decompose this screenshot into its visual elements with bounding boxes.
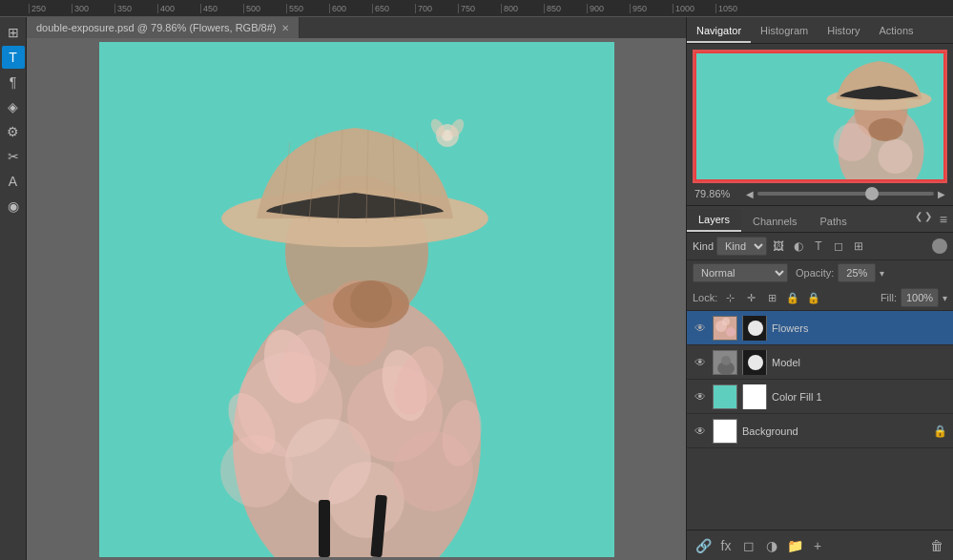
- move-tool[interactable]: ⊞: [2, 21, 25, 44]
- canvas-area: double-exposure.psd @ 79.86% (Flowers, R…: [27, 17, 686, 560]
- ruler-tick: 400: [157, 4, 200, 13]
- filter-type-icon[interactable]: T: [810, 238, 827, 255]
- layer-visibility-colorfill[interactable]: 👁: [693, 389, 708, 404]
- nav-zoom-row: 79.86% ◀ ▶: [693, 188, 947, 199]
- blend-row: Normal Opacity: ▾: [687, 260, 953, 285]
- ruler-tick: 550: [286, 4, 329, 13]
- layer-visibility-background[interactable]: 👁: [693, 424, 708, 439]
- eye-tool[interactable]: ◉: [2, 195, 25, 218]
- lock-pixels-icon[interactable]: 🔒: [784, 289, 801, 306]
- svg-rect-29: [319, 500, 330, 557]
- zoom-slider-thumb[interactable]: [865, 187, 879, 200]
- ruler-numbers: 250 300 350 400 450 500 550 600 650 700 …: [29, 4, 758, 13]
- tab-actions[interactable]: Actions: [869, 20, 922, 43]
- layer-visibility-flowers[interactable]: 👁: [693, 321, 708, 336]
- tab-layers[interactable]: Layers: [687, 209, 741, 232]
- svg-point-5: [328, 462, 404, 538]
- navigator-section: 79.86% ◀ ▶: [687, 44, 953, 205]
- adjustment-button[interactable]: ◑: [761, 535, 782, 556]
- layers-filter-row: Kind Kind 🖼 ◐ T ◻ ⊞: [687, 233, 953, 260]
- ruler-tick: 650: [372, 4, 415, 13]
- new-layer-button[interactable]: +: [807, 535, 828, 556]
- link-layers-button[interactable]: 🔗: [693, 535, 714, 556]
- filter-toggle[interactable]: [932, 239, 947, 254]
- opacity-input[interactable]: [838, 263, 876, 282]
- close-tab-button[interactable]: ✕: [281, 23, 289, 33]
- collapse-right-icon[interactable]: ❯: [924, 211, 932, 221]
- crop-tool[interactable]: ✂: [2, 145, 25, 168]
- layer-row-colorfill[interactable]: 👁 Color Fill 1: [687, 380, 953, 414]
- svg-point-17: [350, 280, 392, 322]
- delete-layer-button[interactable]: 🗑: [926, 535, 947, 556]
- svg-point-41: [722, 318, 730, 325]
- ruler-bar: 250 300 350 400 450 500 550 600 650 700 …: [0, 0, 953, 17]
- layer-name-colorfill: Color Fill 1: [772, 391, 947, 403]
- svg-rect-49: [714, 385, 737, 409]
- settings-tool[interactable]: ⚙: [2, 120, 25, 143]
- tab-channels[interactable]: Channels: [741, 211, 808, 232]
- svg-point-40: [726, 327, 735, 337]
- layer-row-model[interactable]: 👁 Model: [687, 345, 953, 380]
- lock-row: Lock: ⊹ ✛ ⊞ 🔒 🔒 Fill: ▾: [687, 285, 953, 311]
- layers-section: Layers Channels Paths ❮ ❯ ≡ Kind Kind 🖼 …: [687, 206, 953, 560]
- zoom-in-button[interactable]: ▶: [938, 189, 945, 199]
- svg-rect-51: [714, 420, 737, 444]
- shape-tool[interactable]: ◈: [2, 95, 25, 118]
- ruler-tick: 700: [415, 4, 458, 13]
- layers-panel-menu[interactable]: ≡: [940, 212, 947, 227]
- zoom-out-button[interactable]: ◀: [746, 189, 754, 199]
- filter-shape-icon[interactable]: ◻: [830, 238, 847, 255]
- layer-mask-flowers: [742, 316, 767, 341]
- layer-name-model: Model: [772, 357, 947, 368]
- new-group-button[interactable]: 📁: [784, 535, 805, 556]
- canvas-content[interactable]: [27, 38, 686, 560]
- fill-input[interactable]: [901, 288, 939, 307]
- lock-move-icon[interactable]: ✛: [742, 289, 759, 306]
- zoom-value-label: 79.86%: [694, 188, 742, 199]
- svg-point-37: [879, 139, 913, 174]
- filter-smartobj-icon[interactable]: ⊞: [850, 238, 867, 255]
- fill-chevron-icon[interactable]: ▾: [943, 293, 947, 303]
- text-tool[interactable]: A: [2, 170, 25, 193]
- canvas-tab-label: double-exposure.psd @ 79.86% (Flowers, R…: [36, 22, 276, 33]
- lock-artboard-icon[interactable]: ⊞: [763, 289, 780, 306]
- opacity-chevron-icon[interactable]: ▾: [880, 268, 884, 279]
- tab-paths[interactable]: Paths: [809, 211, 859, 232]
- add-mask-button[interactable]: ◻: [738, 535, 759, 556]
- ruler-tick: 900: [587, 4, 630, 13]
- layer-row-background[interactable]: 👁 Background 🔒: [687, 414, 953, 448]
- ruler-tick: 850: [544, 4, 587, 13]
- image-canvas[interactable]: [99, 42, 614, 557]
- lock-all-icon[interactable]: 🔒: [805, 289, 822, 306]
- ruler-tick: 800: [501, 4, 544, 13]
- lock-position-icon[interactable]: ⊹: [721, 289, 738, 306]
- type-tool[interactable]: T: [2, 46, 25, 69]
- canvas-tab[interactable]: double-exposure.psd @ 79.86% (Flowers, R…: [27, 17, 300, 38]
- filter-image-icon[interactable]: 🖼: [770, 238, 787, 255]
- svg-point-48: [748, 355, 763, 370]
- ruler-tick: 950: [630, 4, 673, 13]
- ruler-tick: 300: [72, 4, 114, 13]
- kind-select[interactable]: Kind: [716, 237, 767, 256]
- layers-bottom-toolbar: 🔗 fx ◻ ◑ 📁 + 🗑: [687, 529, 953, 560]
- tab-history[interactable]: History: [818, 20, 869, 43]
- svg-point-46: [721, 356, 731, 365]
- layer-thumb-background: [713, 419, 737, 444]
- ruler-tick: 500: [243, 4, 286, 13]
- right-panel: Navigator Histogram History Actions: [686, 17, 953, 560]
- fx-button[interactable]: fx: [715, 535, 736, 556]
- tab-histogram[interactable]: Histogram: [751, 20, 818, 43]
- svg-point-43: [748, 321, 763, 336]
- nav-preview-svg: [694, 52, 945, 181]
- ruler-tick: 250: [29, 4, 72, 13]
- layer-row-flowers[interactable]: 👁 F: [687, 311, 953, 345]
- layer-visibility-model[interactable]: 👁: [693, 355, 708, 370]
- nav-preview: [693, 50, 947, 183]
- tab-navigator[interactable]: Navigator: [687, 20, 751, 43]
- zoom-slider-track[interactable]: [757, 192, 934, 196]
- paragraph-tool[interactable]: ¶: [2, 71, 25, 93]
- filter-label: Kind: [693, 240, 714, 252]
- blend-mode-select[interactable]: Normal: [693, 263, 788, 282]
- collapse-left-icon[interactable]: ❮: [915, 211, 922, 221]
- filter-adjust-icon[interactable]: ◐: [790, 238, 807, 255]
